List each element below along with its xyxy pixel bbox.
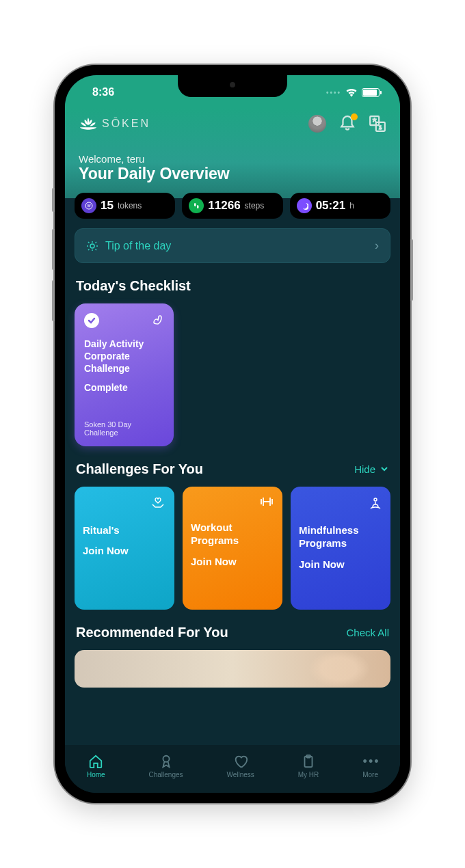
workout-card[interactable]: Workout Programs Join Now xyxy=(183,487,282,610)
checklist-card-status: Complete xyxy=(84,382,164,393)
bottom-nav: Home Challenges Wellness My HR ••• More xyxy=(65,745,400,793)
sleep-value: 05:21 xyxy=(316,199,345,213)
rituals-title: Ritual's xyxy=(83,524,166,537)
nav-wellness[interactable]: Wellness xyxy=(226,754,254,778)
tokens-value: 15 xyxy=(101,199,114,213)
dumbbell-icon xyxy=(259,496,274,507)
checklist-card-title: Daily Activity Corporate Challenge xyxy=(84,338,164,375)
checklist-card[interactable]: Daily Activity Corporate Challenge Compl… xyxy=(75,303,174,446)
check-all-button[interactable]: Check All xyxy=(346,627,389,638)
svg-point-5 xyxy=(374,498,377,501)
sleep-icon xyxy=(297,198,312,213)
screen: 8:36 •••• SŌKEN xyxy=(65,75,400,793)
signal-dots-icon: •••• xyxy=(326,89,341,96)
tokens-stat[interactable]: w 15 tokens xyxy=(75,193,175,219)
chevron-right-icon: › xyxy=(375,239,379,253)
nav-home[interactable]: Home xyxy=(87,754,105,778)
steps-value: 11266 xyxy=(208,199,240,213)
brand-logo: SŌKEN xyxy=(79,116,150,132)
heart-icon xyxy=(233,754,248,769)
nav-challenges[interactable]: Challenges xyxy=(149,754,183,778)
mindfulness-cta: Join Now xyxy=(299,558,382,570)
overview-title: Your Daily Overview xyxy=(79,165,386,183)
svg-text:w: w xyxy=(86,203,91,208)
rituals-card[interactable]: Ritual's Join Now xyxy=(75,487,174,610)
steps-unit: steps xyxy=(245,201,265,211)
sleep-stat[interactable]: 05:21 h xyxy=(290,193,390,219)
hide-challenges-button[interactable]: Hide xyxy=(354,463,389,475)
nav-myhr[interactable]: My HR xyxy=(298,754,319,778)
hands-heart-icon xyxy=(150,496,166,510)
rituals-cta: Join Now xyxy=(83,545,166,556)
recommended-section-title: Recommended For You xyxy=(76,625,228,640)
mindfulness-card[interactable]: Mindfulness Programs Join Now xyxy=(291,487,390,610)
battery-icon xyxy=(362,88,380,97)
muscle-icon xyxy=(150,313,164,327)
wifi-icon xyxy=(345,87,358,97)
home-icon xyxy=(88,754,103,769)
profile-avatar[interactable] xyxy=(308,115,326,133)
notification-badge xyxy=(351,113,358,120)
chevron-down-icon xyxy=(380,464,389,474)
tip-of-day[interactable]: Tip of the day › xyxy=(75,228,390,263)
status-time: 8:36 xyxy=(85,86,114,98)
nav-more[interactable]: ••• More xyxy=(362,754,378,778)
checkmark-icon xyxy=(84,313,99,328)
badge-icon xyxy=(159,754,174,769)
steps-stat[interactable]: 11266 steps xyxy=(182,193,282,219)
checklist-section-title: Today's Checklist xyxy=(76,278,191,294)
notch xyxy=(178,75,287,97)
recommended-card[interactable] xyxy=(75,650,390,688)
svg-point-4 xyxy=(90,244,94,248)
notification-bell[interactable] xyxy=(338,115,356,133)
workout-title: Workout Programs xyxy=(191,521,274,547)
mindfulness-title: Mindfulness Programs xyxy=(299,524,382,550)
challenges-section-title: Challenges For You xyxy=(76,461,203,477)
recommended-image xyxy=(308,650,370,688)
welcome-text: Welcome, teru xyxy=(79,153,386,165)
tip-label: Tip of the day xyxy=(105,240,171,252)
checklist-card-subtitle: Soken 30 Day Challenge xyxy=(84,420,164,437)
lotus-icon xyxy=(79,116,98,132)
tokens-icon: w xyxy=(81,198,96,213)
sleep-unit: h xyxy=(349,201,354,211)
app-header: SŌKEN Welcome, teru Your Daily Overview xyxy=(65,109,400,198)
stats-row: w 15 tokens 11266 steps 05:21 h xyxy=(65,193,400,219)
brand-text: SŌKEN xyxy=(102,118,150,130)
steps-icon xyxy=(189,198,204,213)
clipboard-icon xyxy=(301,754,316,769)
tokens-unit: tokens xyxy=(118,201,142,211)
svg-point-6 xyxy=(163,756,169,762)
lightbulb-icon xyxy=(86,240,98,252)
meditation-icon xyxy=(369,496,382,510)
more-icon: ••• xyxy=(363,754,378,769)
translate-icon[interactable] xyxy=(369,115,386,133)
workout-cta: Join Now xyxy=(191,556,274,567)
phone-frame: 8:36 •••• SŌKEN xyxy=(55,65,410,803)
